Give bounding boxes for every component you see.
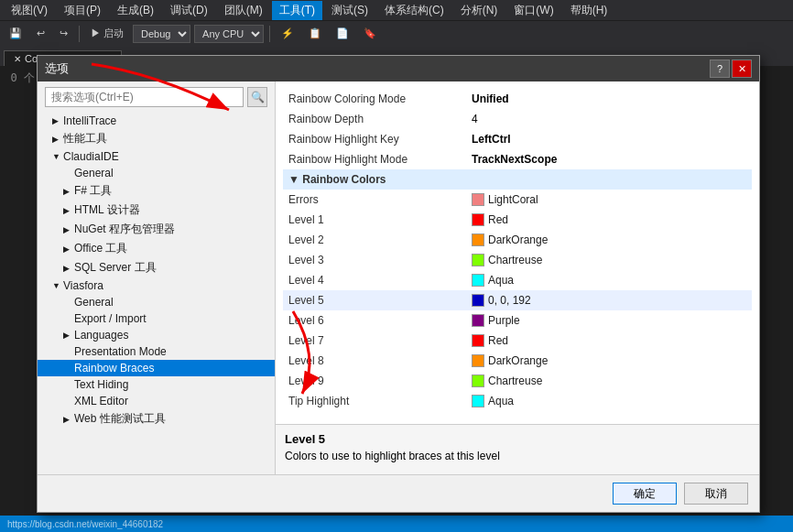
arrow-icon: ▼ [52,152,61,161]
tree-item-export[interactable]: Export / Import [38,310,275,327]
dialog-help-btn[interactable]: ? [710,60,730,78]
tree-label: Text Hiding [74,378,128,391]
color-name: Aqua [488,395,514,407]
tree-item-intellitrace[interactable]: ▶ IntelliTrace [38,113,275,129]
tree-label: SQL Server 工具 [74,260,157,276]
tree-label: XML Editor [74,395,128,407]
menu-test[interactable]: 测试(S) [324,1,375,20]
color-cell: Red [472,213,746,226]
tree-item-rainbow-braces[interactable]: Rainbow Braces [38,360,275,376]
color-value[interactable]: Purple [466,310,752,331]
table-row: Level 1 Red [283,210,752,230]
tree-item-office[interactable]: ▶ Office 工具 [38,239,275,258]
menu-build[interactable]: 生成(B) [110,1,161,20]
cancel-button[interactable]: 取消 [684,483,748,505]
settings-scroll[interactable]: Rainbow Coloring Mode Unified Rainbow De… [276,81,759,424]
color-value[interactable]: Chartreuse [466,250,752,270]
color-cell: Chartreuse [472,254,746,266]
settings-table: Rainbow Coloring Mode Unified Rainbow De… [283,89,752,411]
color-value[interactable]: LightCoral [466,190,752,210]
menu-bar: 视图(V) 项目(P) 生成(B) 调试(D) 团队(M) 工具(T) 测试(S… [0,0,793,20]
toolbar-undo[interactable]: ↩ [31,26,50,41]
color-value[interactable]: Aqua [466,391,752,411]
color-cell: Red [472,334,746,347]
ok-button[interactable]: 确定 [613,483,677,505]
menu-arch[interactable]: 体系结构(C) [377,1,451,20]
search-icon[interactable]: 🔍 [247,87,267,107]
search-wrapper: 🔍 [38,81,275,113]
menu-debug[interactable]: 调试(D) [163,1,215,20]
color-value[interactable]: DarkOrange [466,230,752,250]
menu-tools[interactable]: 工具(T) [272,1,322,20]
color-value[interactable]: Aqua [466,270,752,290]
description-title: Level 5 [285,432,750,446]
color-name: Chartreuse [488,375,542,387]
setting-value[interactable]: 4 [466,109,752,129]
color-value[interactable]: Red [466,331,752,351]
tree-item-viasfora[interactable]: ▼ Viasfora [38,277,275,294]
toolbar-sep1 [79,26,80,42]
tree-item-nuget[interactable]: ▶ NuGet 程序包管理器 [38,220,275,239]
color-label: Level 1 [283,210,466,230]
tree-item-languages[interactable]: ▶ Languages [38,327,275,343]
menu-view[interactable]: 视图(V) [4,1,55,20]
color-value[interactable]: 0, 0, 192 [466,290,752,310]
tree-item-sql[interactable]: ▶ SQL Server 工具 [38,258,275,277]
table-row: Level 7 Red [283,331,752,351]
tree-label: Web 性能测试工具 [74,411,166,427]
color-value[interactable]: Chartreuse [466,371,752,391]
tree-label: General [74,296,114,309]
color-swatch [472,314,484,327]
tree-container[interactable]: ▶ IntelliTrace ▶ 性能工具 ▼ ClaudiaIDE Gener… [38,113,275,474]
toolbar-cpu-select[interactable]: Any CPU [194,25,264,43]
tree-item-perf[interactable]: ▶ 性能工具 [38,129,275,148]
arrow-icon: ▶ [63,187,72,196]
toolbar-extra1[interactable]: ⚡ [276,26,299,41]
toolbar-save[interactable]: 💾 [4,26,27,41]
tab-close-icon[interactable]: ✕ [14,54,21,64]
tree-item-xml[interactable]: XML Editor [38,393,275,409]
toolbar-config-select[interactable]: Debug [133,25,190,43]
toolbar-extra2[interactable]: 📋 [303,26,327,41]
menu-project[interactable]: 项目(P) [57,1,108,20]
color-value[interactable]: Red [466,210,752,230]
tree-item-presentation[interactable]: Presentation Mode [38,343,275,360]
dialog-close-btn[interactable]: ✕ [732,60,752,78]
tree-item-viasfora-general[interactable]: General [38,294,275,310]
menu-help[interactable]: 帮助(H) [563,1,615,20]
arrow-icon: ▼ [52,281,61,290]
table-row: Level 4 Aqua [283,270,752,290]
tree-label: HTML 设计器 [74,202,140,218]
url-text: https://blog.csdn.net/weixin_44660182 [7,519,163,529]
tree-label: General [74,167,114,179]
toolbar-extra3[interactable]: 📄 [331,26,354,41]
arrow-icon: ▶ [63,206,72,215]
color-label: Level 4 [283,270,466,290]
table-row: Level 5 0, 0, 192 [283,290,752,310]
tree-item-html[interactable]: ▶ HTML 设计器 [38,201,275,220]
setting-value[interactable]: TrackNextScope [466,149,752,169]
search-input[interactable] [45,87,244,107]
color-cell: Aqua [472,274,746,287]
menu-analyze[interactable]: 分析(N) [453,1,505,20]
tree-item-web[interactable]: ▶ Web 性能测试工具 [38,409,275,429]
dialog-title-buttons: ? ✕ [710,60,752,78]
toolbar-start[interactable]: ▶ 启动 [85,25,129,42]
arrow-icon: ▶ [63,244,72,254]
tree-item-claudia[interactable]: ▼ ClaudiaIDE [38,148,275,165]
menu-team[interactable]: 团队(M) [217,1,270,20]
tree-item-general-claudia[interactable]: General [38,165,275,181]
tree-item-text-hiding[interactable]: Text Hiding [38,376,275,393]
color-name: Purple [488,314,520,327]
tree-item-fsharp[interactable]: ▶ F# 工具 [38,181,275,201]
color-name: Aqua [488,274,514,287]
table-row: Rainbow Highlight Key LeftCtrl [283,129,752,149]
color-value[interactable]: DarkOrange [466,351,752,371]
dialog-titlebar: 选项 ? ✕ [38,56,759,81]
toolbar-redo[interactable]: ↪ [54,26,73,41]
color-label: Level 9 [283,371,466,391]
toolbar-extra4[interactable]: 🔖 [358,26,382,41]
setting-value[interactable]: Unified [466,89,752,109]
menu-window[interactable]: 窗口(W) [506,1,560,20]
setting-value[interactable]: LeftCtrl [466,129,752,149]
